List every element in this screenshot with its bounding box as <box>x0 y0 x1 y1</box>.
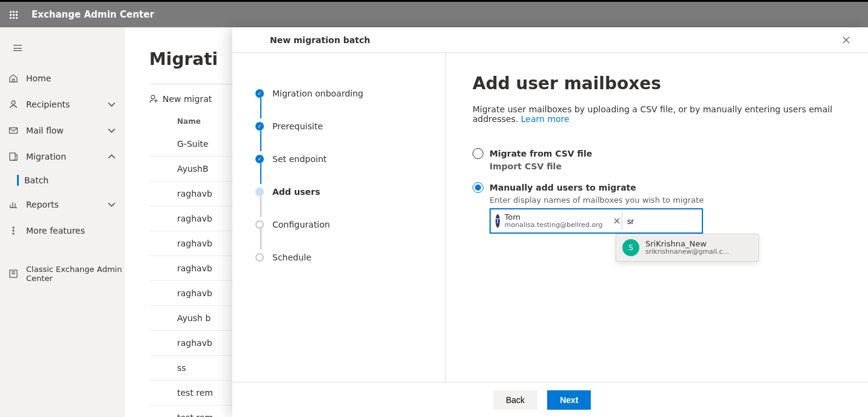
title-bar: Exchange Admin Center <box>0 2 868 27</box>
option-manual[interactable]: Manually add users to migrate <box>473 182 841 193</box>
user-chip: T Tom monalisa.testing@bellred.org <box>492 211 619 231</box>
close-button[interactable] <box>836 30 856 50</box>
nav-label: Home <box>26 73 51 83</box>
import-csv-label: Import CSV file <box>490 161 841 171</box>
content-heading: Add user mailboxes <box>473 73 841 93</box>
suggestion-name: SriKrishna_New <box>645 240 729 248</box>
step-schedule[interactable]: Schedule <box>255 241 445 274</box>
user-search-input[interactable] <box>622 212 701 230</box>
avatar: T <box>496 214 500 228</box>
svg-point-3 <box>13 227 14 228</box>
svg-point-0 <box>12 101 15 104</box>
suggestion-dropdown: S SriKrishna_New srikrishnanew@gmail.c..… <box>616 234 759 262</box>
nav-label: Recipients <box>26 100 70 109</box>
svg-point-7 <box>151 95 155 99</box>
migration-icon <box>8 152 18 161</box>
step-endpoint[interactable]: ✓ Set endpoint <box>255 143 445 175</box>
mail-icon <box>8 126 18 135</box>
step-prerequisite[interactable]: ✓ Prerequisite <box>255 110 445 143</box>
nav-collapse-button[interactable] <box>0 38 125 58</box>
step-configuration[interactable]: Configuration <box>255 208 445 241</box>
left-nav: Home Recipients Mail flow Migration Batc… <box>0 27 125 417</box>
radio-manual[interactable] <box>473 182 483 193</box>
svg-point-4 <box>13 230 14 231</box>
chevron-up-icon <box>107 152 116 161</box>
more-icon <box>8 226 18 236</box>
suggestion-item[interactable]: S SriKrishna_New srikrishnanew@gmail.c..… <box>617 236 757 260</box>
home-icon <box>8 73 18 83</box>
add-user-icon <box>149 94 159 104</box>
svg-rect-2 <box>10 153 15 160</box>
wizard-steps: ✓ Migration onboarding ✓ Prerequisite ✓ … <box>232 53 446 382</box>
migration-panel: New migration batch ✓ Migration onboardi… <box>232 27 868 417</box>
suggestion-email: srikrishnanew@gmail.c... <box>645 248 729 256</box>
nav-migration[interactable]: Migration <box>0 143 125 169</box>
nav-more[interactable]: More features <box>0 217 125 243</box>
nav-classic[interactable]: Classic Exchange Admin Center <box>0 260 125 286</box>
nav-mailflow[interactable]: Mail flow <box>0 117 125 143</box>
nav-label: More features <box>26 226 85 236</box>
nav-label: Migration <box>26 152 66 161</box>
chip-name: Tom <box>505 213 603 222</box>
panel-header: New migration batch <box>232 27 868 53</box>
manual-hint: Enter display names of mailboxes you wis… <box>490 195 841 205</box>
content-description: Migrate user mailboxes by uploading a CS… <box>473 104 841 124</box>
option-csv[interactable]: Migrate from CSV file <box>473 148 841 159</box>
exchange-icon <box>8 269 18 279</box>
chevron-down-icon <box>107 200 116 209</box>
nav-batch[interactable]: Batch <box>0 169 125 191</box>
nav-label: Mail flow <box>26 126 64 135</box>
nav-label: Reports <box>26 200 59 209</box>
nav-home[interactable]: Home <box>0 65 125 91</box>
avatar: S <box>622 239 639 256</box>
close-icon <box>614 218 620 224</box>
user-picker[interactable]: T Tom monalisa.testing@bellred.org S <box>490 208 703 234</box>
step-add-users[interactable]: Add users <box>255 175 445 208</box>
chevron-down-icon <box>107 100 116 109</box>
close-icon <box>842 36 850 44</box>
toolbar-label[interactable]: New migrat <box>163 94 212 104</box>
remove-chip-button[interactable] <box>611 214 622 228</box>
next-button[interactable]: Next <box>547 390 591 410</box>
nav-reports[interactable]: Reports <box>0 191 125 217</box>
person-icon <box>8 100 18 109</box>
step-onboarding[interactable]: ✓ Migration onboarding <box>255 77 445 110</box>
nav-label: Batch <box>24 175 49 185</box>
panel-footer: Back Next <box>232 382 868 417</box>
svg-point-5 <box>13 233 14 234</box>
nav-label: Classic Exchange Admin Center <box>26 265 125 283</box>
app-title: Exchange Admin Center <box>32 9 154 20</box>
panel-content: Add user mailboxes Migrate user mailboxe… <box>446 53 868 382</box>
learn-more-link[interactable]: Learn more <box>521 114 570 124</box>
app-launcher-icon[interactable] <box>0 2 27 27</box>
chart-icon <box>8 200 18 209</box>
chip-email: monalisa.testing@bellred.org <box>505 222 603 229</box>
nav-recipients[interactable]: Recipients <box>0 91 125 117</box>
back-button[interactable]: Back <box>493 390 537 410</box>
panel-title: New migration batch <box>270 35 370 45</box>
radio-csv[interactable] <box>473 148 483 159</box>
chevron-down-icon <box>107 126 116 135</box>
